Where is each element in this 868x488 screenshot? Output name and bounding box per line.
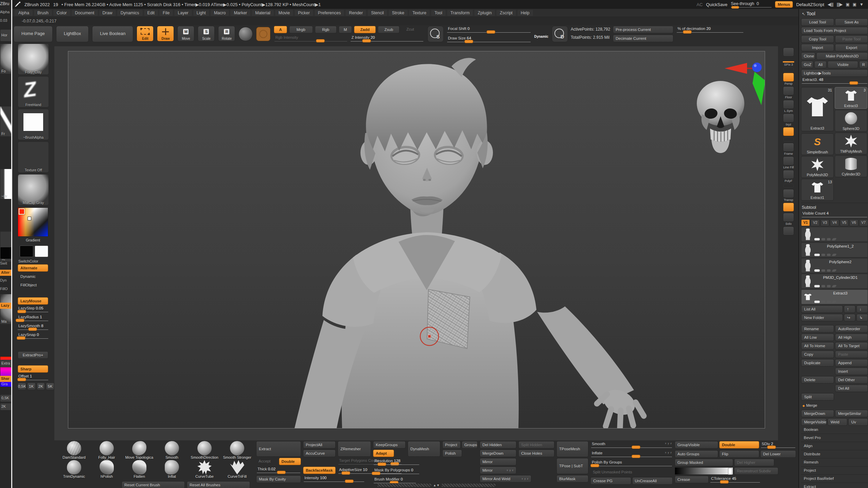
- lazy-slider[interactable]: LazyRadius 1: [17, 314, 49, 322]
- subtool-row[interactable]: Extract3: [801, 289, 868, 304]
- mask-by-cavity-button[interactable]: Mask By Cavity: [256, 475, 301, 483]
- uv-icon[interactable]: [827, 285, 831, 287]
- edit-button[interactable]: Edit: [137, 26, 154, 41]
- m-button[interactable]: M: [339, 26, 352, 33]
- dynamic-button[interactable]: Dynamic: [18, 273, 48, 280]
- brush-preset[interactable]: SmoothDirection: [188, 441, 221, 460]
- folder-branch-icon[interactable]: ↳: [856, 314, 868, 321]
- polish-by-groups-slider[interactable]: Polish By Groups: [590, 459, 673, 468]
- tool-thumbnail[interactable]: TMPolyMesh: [835, 133, 867, 154]
- subtool-action-button[interactable]: Copy: [801, 351, 834, 358]
- paste-tool-button[interactable]: Paste Tool: [835, 35, 868, 43]
- a-button[interactable]: A: [274, 26, 287, 33]
- clone-button[interactable]: Clone: [801, 52, 815, 60]
- adapt-button[interactable]: Adapt: [373, 450, 394, 457]
- groups-button[interactable]: Groups: [462, 441, 478, 449]
- brush-preset[interactable]: CurveTube: [188, 460, 221, 479]
- shelf-button[interactable]: [781, 67, 796, 72]
- subtool-view-tab[interactable]: V1: [801, 219, 810, 226]
- double-button[interactable]: Double: [279, 458, 301, 465]
- tool-palette-title[interactable]: ↖Tool: [802, 11, 868, 16]
- shelf-button[interactable]: Frame: [781, 143, 796, 155]
- split-hidden-button[interactable]: Split Hidden: [518, 441, 554, 449]
- rgb-intensity-slider[interactable]: Rgb Intensity: [274, 35, 348, 43]
- brush-preset[interactable]: hPolish: [90, 460, 123, 479]
- subtool-action-button[interactable]: Del Other: [835, 376, 868, 384]
- import-button[interactable]: Import: [801, 44, 834, 51]
- folder-redo-icon[interactable]: ↪: [844, 314, 855, 321]
- menu-item[interactable]: Layer: [174, 10, 192, 16]
- menu-item[interactable]: Light: [193, 10, 209, 16]
- tposemesh-button[interactable]: TPoseMesh: [556, 441, 588, 457]
- size-preset-button[interactable]: 1K: [27, 383, 36, 390]
- subtool-view-tab[interactable]: V2: [811, 219, 819, 226]
- subtool-action-button[interactable]: Delete: [801, 376, 834, 384]
- subtool-subsection[interactable]: Bevel Pro: [801, 434, 868, 442]
- viewport[interactable]: [68, 51, 765, 428]
- goz-visible-button[interactable]: Visible: [828, 61, 858, 68]
- subtool-section-header[interactable]: Subtool: [802, 205, 868, 210]
- shelf-button[interactable]: [781, 184, 796, 188]
- brush-visibility-icon[interactable]: [832, 254, 837, 256]
- accept-button[interactable]: Accept: [256, 458, 278, 465]
- brush-thumbnail[interactable]: ~BrushAlpha: [18, 109, 49, 140]
- lazymouse-button[interactable]: LazyMouse: [18, 297, 48, 305]
- polypaint-icon[interactable]: [821, 269, 825, 272]
- thick-slider[interactable]: Thick 0.02: [256, 466, 301, 474]
- zsub-button[interactable]: Zsub: [378, 26, 400, 33]
- brush-thumbnail[interactable]: Folly_Clay: [18, 44, 49, 75]
- make-polymesh3d-button[interactable]: Make PolyMesh3D: [816, 52, 868, 60]
- eye-icon[interactable]: [814, 301, 820, 303]
- subtool-subsection[interactable]: Project: [801, 467, 868, 475]
- decimation-icon[interactable]: D: [552, 26, 568, 42]
- main-color-swatch[interactable]: [20, 246, 33, 257]
- focal-shift-slider[interactable]: Focal Shift 0: [446, 26, 531, 34]
- quicksave-button[interactable]: QuickSave: [706, 2, 727, 7]
- offset-slider[interactable]: Offset 1: [17, 373, 49, 382]
- subtool-action-button[interactable]: Rename: [801, 325, 834, 333]
- color-picker[interactable]: [256, 27, 270, 41]
- brush-visibility-icon[interactable]: [832, 285, 837, 287]
- brush-preset[interactable]: CurveTriFill: [221, 460, 253, 479]
- uv-icon[interactable]: [827, 238, 831, 240]
- smooth-slider[interactable]: Smooth x y z: [590, 441, 673, 449]
- uv-icon[interactable]: [827, 254, 831, 256]
- eye-icon[interactable]: [814, 238, 820, 240]
- zremesher-button[interactable]: ZRemesher: [338, 441, 371, 457]
- weld-button[interactable]: Weld: [828, 418, 847, 426]
- new-folder-button[interactable]: New Folder: [801, 314, 843, 321]
- subtool-view-tab[interactable]: V4: [830, 219, 839, 226]
- subtool-action-button[interactable]: Append: [835, 359, 868, 367]
- polypaint-icon[interactable]: [821, 301, 825, 303]
- polypaint-icon[interactable]: [821, 254, 825, 256]
- inflate-slider[interactable]: Inflate x y z: [590, 450, 673, 458]
- save-as-button[interactable]: Save As: [835, 18, 868, 26]
- subtool-subsection[interactable]: Project BasRelief: [801, 475, 868, 483]
- tool-thumbnail[interactable]: 3 Extract3: [835, 87, 867, 109]
- reconstruct-subdiv-button[interactable]: Reconstruct Subdiv: [734, 467, 778, 475]
- menu-item[interactable]: Preferences: [315, 10, 344, 16]
- subtool-action-button[interactable]: Paste: [835, 351, 868, 358]
- live-boolean-button[interactable]: Live Boolean: [92, 26, 133, 42]
- menu-item[interactable]: Texture: [409, 10, 430, 16]
- draw-button[interactable]: Draw: [157, 26, 174, 41]
- material-picker[interactable]: [238, 27, 253, 41]
- rgb-button[interactable]: Rgb: [315, 26, 337, 33]
- zcut-button[interactable]: Zcut: [402, 26, 419, 33]
- tool-thumbnail[interactable]: Cylinder3D: [835, 155, 867, 177]
- uv-icon[interactable]: [827, 269, 831, 272]
- move-down-icon[interactable]: ↓: [856, 305, 868, 313]
- backfacemask-button[interactable]: BackfaceMask: [303, 467, 336, 474]
- subtool-row[interactable]: PolySphere2: [801, 258, 868, 273]
- subtool-action-button[interactable]: AutoReorder: [835, 325, 868, 333]
- tool-thumbnail[interactable]: Sphere3D: [835, 110, 867, 132]
- rotate-button[interactable]: R Rotate: [218, 26, 235, 41]
- menu-item[interactable]: Marker: [230, 10, 250, 16]
- subtool-action-button[interactable]: All To Target: [835, 342, 868, 350]
- goz-all-button[interactable]: All: [814, 61, 827, 68]
- menu-item[interactable]: Stencil: [368, 10, 387, 16]
- menu-item[interactable]: Render: [346, 10, 366, 16]
- lazy-slider[interactable]: LazySnap 0: [17, 332, 49, 340]
- resolution-slider[interactable]: Resolution 128: [373, 458, 420, 466]
- shelf-button[interactable]: SPix 3: [781, 58, 796, 66]
